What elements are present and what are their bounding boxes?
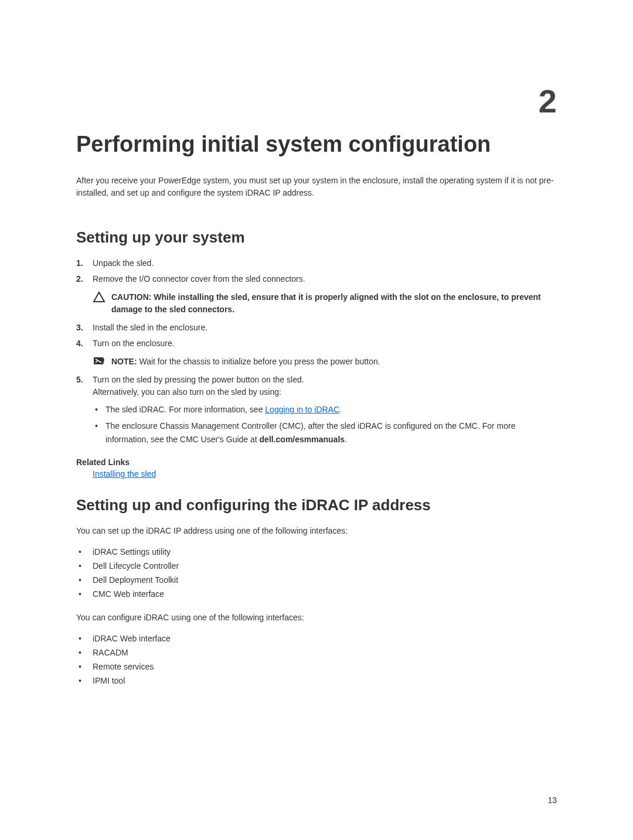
bullet-icon: • [76,674,93,688]
bullet-icon: • [76,559,93,573]
step-content: Turn on the enclosure. [93,337,557,350]
note-label: NOTE: [111,357,139,366]
list-item: • Dell Lifecycle Controller [76,559,557,573]
sub-bullet-list: • The sled iDRAC. For more information, … [93,403,557,446]
step-content: Install the sled in the enclosure. [93,322,557,334]
step-number: 3. [76,322,93,334]
text-run: . [339,405,342,414]
link-installing-sled[interactable]: Installing the sled [93,469,156,479]
step-list: 1. Unpack the sled. 2. Remove the I/O co… [76,257,557,449]
step-content: Unpack the sled. [93,257,557,269]
step-number: 5. [76,374,93,449]
step-item: 4. Turn on the enclosure. [76,337,557,350]
step-text: Turn on the sled by pressing the power b… [93,374,557,386]
related-links-section: Related Links Installing the sled [76,457,557,479]
list-item: • CMC Web interface [76,588,557,602]
caution-label: CAUTION: [111,292,154,302]
list-item-content: Dell Deployment Toolkit [93,573,178,588]
list-item: • The enclosure Chassis Management Contr… [93,419,557,446]
step-alt-text: Alternatively, you can also turn on the … [93,386,557,398]
bullet-icon: • [93,419,106,446]
bullet-icon: • [76,588,93,602]
text-run: The sled iDRAC. For more information, se… [106,405,265,414]
bullet-list: • iDRAC Web interface • RACADM • Remote … [76,632,557,688]
note-body: Wait for the chassis to initialize befor… [139,357,380,366]
intro-paragraph: After you receive your PowerEdge system,… [76,175,557,199]
step-number: 4. [76,337,93,350]
step-number: 1. [76,257,93,269]
related-links-title: Related Links [76,457,557,467]
bold-text: dell.com/esmmanuals [260,435,345,444]
section-heading-setup: Setting up your system [76,228,557,247]
step-item: 2. Remove the I/O connector cover from t… [76,273,557,285]
note-callout: NOTE: Wait for the chassis to initialize… [93,356,557,368]
bullet-icon: • [76,632,93,646]
bullet-icon: • [93,403,106,416]
list-item: • iDRAC Settings utility [76,545,557,559]
page-title: Performing initial system configuration [76,132,557,157]
step-item: 1. Unpack the sled. [76,257,557,269]
note-icon [93,356,109,366]
bullet-list: • iDRAC Settings utility • Dell Lifecycl… [76,545,557,601]
list-item: • Dell Deployment Toolkit [76,573,557,588]
step-item: 3. Install the sled in the enclosure. [76,322,557,334]
list-item: • The sled iDRAC. For more information, … [93,403,557,416]
step-content: Turn on the sled by pressing the power b… [93,374,557,449]
note-text: NOTE: Wait for the chassis to initialize… [111,356,557,368]
bullet-icon: • [76,573,93,588]
list-item: • RACADM [76,646,557,660]
bullet-icon: • [76,646,93,660]
caution-body: While installing the sled, ensure that i… [111,292,541,314]
list-item-content: RACADM [93,646,128,660]
list-item-content: iDRAC Web interface [93,632,171,646]
list-item-content: Dell Lifecycle Controller [93,559,179,573]
list-item-content: The sled iDRAC. For more information, se… [106,403,557,416]
caution-icon [93,291,109,303]
bullet-icon: • [76,660,93,674]
text-run: . [345,435,347,444]
chapter-number: 2 [76,82,557,120]
step-number: 2. [76,273,93,285]
list-item-content: Remote services [93,660,154,674]
related-link-item: Installing the sled [93,469,557,479]
caution-text: CAUTION: While installing the sled, ensu… [111,291,557,316]
body-paragraph: You can configure iDRAC using one of the… [76,612,557,624]
list-item: • Remote services [76,660,557,674]
page-number: 13 [547,795,557,805]
link-login-idrac[interactable]: Logging in to iDRAC [265,405,339,414]
step-content: Remove the I/O connector cover from the … [93,273,557,285]
caution-callout: CAUTION: While installing the sled, ensu… [93,291,557,316]
bullet-icon: • [76,545,93,559]
list-item: • iDRAC Web interface [76,632,557,646]
list-item-content: CMC Web interface [93,588,164,602]
list-item-content: IPMI tool [93,674,125,688]
section-heading-idrac: Setting up and configuring the iDRAC IP … [76,496,557,514]
document-page: 2 Performing initial system configuratio… [0,0,633,734]
list-item: • IPMI tool [76,674,557,688]
body-paragraph: You can set up the iDRAC IP address usin… [76,525,557,537]
list-item-content: iDRAC Settings utility [93,545,171,559]
list-item-content: The enclosure Chassis Management Control… [106,419,557,446]
step-item: 5. Turn on the sled by pressing the powe… [76,374,557,449]
